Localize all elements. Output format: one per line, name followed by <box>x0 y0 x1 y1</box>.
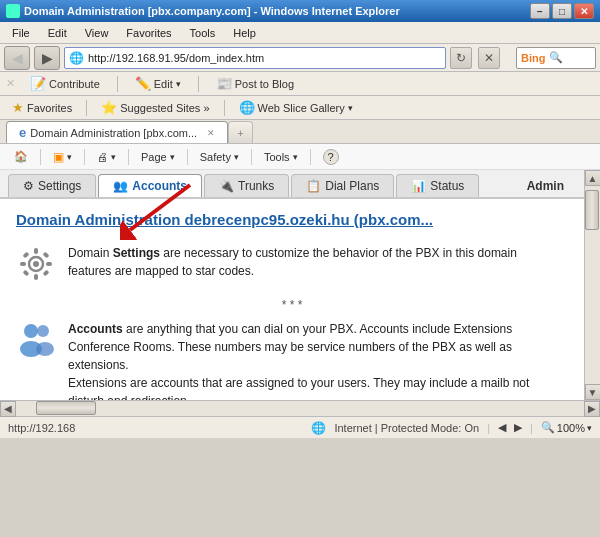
tab-accounts[interactable]: 👥 Accounts <box>98 174 202 197</box>
rss-dropdown[interactable]: ▾ <box>67 152 72 162</box>
svg-point-14 <box>37 325 49 337</box>
scroll-track[interactable] <box>585 186 600 384</box>
web-slice-button[interactable]: 🌐 Web Slice Gallery ▾ <box>233 97 359 118</box>
close-button[interactable]: ✕ <box>574 3 594 19</box>
edit-icon: ✏️ <box>135 76 151 91</box>
menu-file[interactable]: File <box>4 25 38 41</box>
tools-button[interactable]: Tools ▾ <box>258 149 304 165</box>
scroll-up-button[interactable]: ▲ <box>585 170 601 186</box>
menu-favorites[interactable]: Favorites <box>118 25 179 41</box>
tab-status[interactable]: 📊 Status <box>396 174 479 197</box>
zoom-button[interactable]: 🔍 100% ▾ <box>541 421 592 434</box>
refresh-button[interactable]: ↻ <box>450 47 472 69</box>
tab-close-icon[interactable]: ✕ <box>207 128 215 138</box>
toolbar-sep-2 <box>198 76 199 92</box>
zoom-icon: 🔍 <box>541 421 555 434</box>
settings-icon: ⚙ <box>23 179 34 193</box>
active-tab[interactable]: e Domain Administration [pbx.com... ✕ <box>6 121 228 143</box>
rss-button[interactable]: ▣ ▾ <box>47 148 78 166</box>
nav-arrows-right[interactable]: ▶ <box>514 421 522 434</box>
menu-tools[interactable]: Tools <box>182 25 224 41</box>
stop-button[interactable]: ✕ <box>478 47 500 69</box>
h-scroll-thumb[interactable] <box>36 401 96 415</box>
nav-arrows-left[interactable]: ◀ <box>498 421 506 434</box>
dial-plans-tab-label: Dial Plans <box>325 179 379 193</box>
zoom-dropdown-icon[interactable]: ▾ <box>587 423 592 433</box>
suggested-label: Suggested Sites » <box>120 102 209 114</box>
print-button[interactable]: 🖨 ▾ <box>91 149 122 165</box>
post-label: Post to Blog <box>235 78 294 90</box>
dialplans-icon: 📋 <box>306 179 321 193</box>
h-scroll-track[interactable] <box>16 401 584 416</box>
scroll-thumb[interactable] <box>585 190 599 230</box>
suggested-icon: ⭐ <box>101 100 117 115</box>
menu-edit[interactable]: Edit <box>40 25 75 41</box>
admin-label: Admin <box>515 175 576 197</box>
accounts-tab-label: Accounts <box>132 179 187 193</box>
trunks-tab-label: Trunks <box>238 179 274 193</box>
tab-bar: e Domain Administration [pbx.com... ✕ + <box>0 120 600 144</box>
favorites-button[interactable]: ★ Favorites <box>6 97 78 118</box>
tab-trunks[interactable]: 🔌 Trunks <box>204 174 289 197</box>
contribute-icon: 📝 <box>30 76 46 91</box>
fav-sep-1 <box>86 100 87 116</box>
help-button[interactable]: ? <box>317 147 345 167</box>
menu-help[interactable]: Help <box>225 25 264 41</box>
new-tab-button[interactable]: + <box>228 121 252 143</box>
web-slice-label: Web Slice Gallery <box>258 102 345 114</box>
bing-logo: Bing <box>521 52 545 64</box>
back-button[interactable]: ◀ <box>4 46 30 70</box>
tools-dropdown-icon[interactable]: ▾ <box>293 152 298 162</box>
s-sep-4 <box>187 149 188 165</box>
menu-view[interactable]: View <box>77 25 117 41</box>
page-label: Page <box>141 151 167 163</box>
maximize-button[interactable]: □ <box>552 3 572 19</box>
edit-dropdown-icon[interactable]: ▾ <box>176 79 181 89</box>
page-dropdown-icon[interactable]: ▾ <box>170 152 175 162</box>
s-sep-2 <box>84 149 85 165</box>
svg-rect-7 <box>46 262 52 266</box>
svg-rect-6 <box>20 262 26 266</box>
accounts-icon: 👥 <box>113 179 128 193</box>
window-title: Domain Administration [pbx.company.com] … <box>24 5 400 17</box>
settings-tab-label: Settings <box>38 179 81 193</box>
home-button[interactable]: 🏠 <box>8 148 34 165</box>
contribute-button[interactable]: 📝 Contribute <box>23 73 107 94</box>
safety-button[interactable]: Safety ▾ <box>194 149 245 165</box>
webslice-dropdown-icon[interactable]: ▾ <box>348 103 353 113</box>
status-url: http://192.168 <box>8 422 75 434</box>
tab-settings[interactable]: ⚙ Settings <box>8 174 96 197</box>
svg-rect-11 <box>42 269 49 276</box>
svg-rect-5 <box>34 274 38 280</box>
settings-description: Domain Settings are necessary to customi… <box>68 244 517 280</box>
horizontal-scrollbar[interactable]: ◀ ▶ <box>0 400 600 416</box>
help-icon: ? <box>323 149 339 165</box>
s-sep-5 <box>251 149 252 165</box>
status-bar: http://192.168 🌐 Internet | Protected Mo… <box>0 416 600 438</box>
vertical-scrollbar[interactable]: ▲ ▼ <box>584 170 600 400</box>
tools-label: Tools <box>264 151 290 163</box>
forward-button[interactable]: ▶ <box>34 46 60 70</box>
post-to-blog-button[interactable]: 📰 Post to Blog <box>209 73 301 94</box>
tab-dial-plans[interactable]: 📋 Dial Plans <box>291 174 394 197</box>
edit-button[interactable]: ✏️ Edit ▾ <box>128 73 188 94</box>
rss-icon: ▣ <box>53 150 64 164</box>
suggested-sites-button[interactable]: ⭐ Suggested Sites » <box>95 97 215 118</box>
h-scroll-right-button[interactable]: ▶ <box>584 401 600 417</box>
inner-nav: ⚙ Settings 👥 Accounts 🔌 Trunks 📋 Dial Pl… <box>0 170 584 199</box>
scroll-down-button[interactable]: ▼ <box>585 384 601 400</box>
fav-sep-2 <box>224 100 225 116</box>
address-bar[interactable]: 🌐 http://192.168.91.95/dom_index.htm <box>64 47 446 69</box>
page-button[interactable]: Page ▾ <box>135 149 181 165</box>
home-icon: 🏠 <box>14 150 28 163</box>
print-dropdown[interactable]: ▾ <box>111 152 116 162</box>
zoom-sep: | <box>530 422 533 434</box>
post-icon: 📰 <box>216 76 232 91</box>
minimize-button[interactable]: − <box>530 3 550 19</box>
svg-rect-4 <box>34 248 38 254</box>
search-bar[interactable]: Bing 🔍 <box>516 47 596 69</box>
nav-bar: ◀ ▶ 🌐 http://192.168.91.95/dom_index.htm… <box>0 44 600 72</box>
page-title: Domain Administration debrecenpc95.ozeki… <box>16 211 568 228</box>
safety-dropdown-icon[interactable]: ▾ <box>234 152 239 162</box>
h-scroll-left-button[interactable]: ◀ <box>0 401 16 417</box>
